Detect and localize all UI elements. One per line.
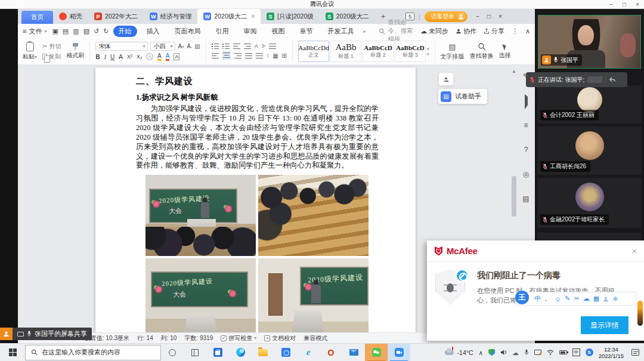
style-heading3[interactable]: AaBbCcD标题 3 — [395, 41, 426, 62]
taskbar-app-meeting[interactable] — [388, 344, 410, 361]
taskbar-app-office[interactable]: O — [320, 344, 342, 361]
ime-tray-icon[interactable]: 中 — [572, 348, 580, 356]
taskbar-app-docs[interactable] — [274, 344, 297, 361]
menu-tab-home[interactable]: 开始 — [113, 26, 137, 37]
subscript-button[interactable]: X₂ — [137, 54, 143, 60]
collapse-panel-button[interactable] — [438, 72, 454, 86]
bullet-list-icon[interactable] — [212, 43, 219, 49]
weather-widget[interactable]: -14°C — [445, 349, 473, 356]
battery-icon[interactable] — [559, 350, 567, 354]
style-heading2[interactable]: AaBbCcD标题 2 — [363, 41, 394, 62]
task-view-button[interactable] — [184, 344, 206, 361]
borders-icon[interactable]: ⊞ — [282, 53, 287, 59]
circle-text-button[interactable]: A — [146, 53, 153, 60]
tab-ruler-icon[interactable] — [269, 43, 276, 49]
menu-tab-section[interactable]: 章节 — [295, 26, 318, 37]
volume-icon[interactable] — [500, 349, 507, 356]
menu-tab-view[interactable]: 视图 — [267, 26, 290, 37]
participant-tile[interactable]: 工商胡长闯26 — [537, 126, 642, 175]
increase-indent-icon[interactable] — [244, 43, 251, 49]
ime-lang-icon[interactable]: 中 — [534, 294, 541, 303]
command-search-input[interactable]: 查找命令、搜索模板 — [379, 18, 416, 44]
menu-tab-insert[interactable]: 插入 — [141, 26, 165, 37]
underline-button[interactable]: U — [110, 54, 114, 60]
adjust-tool-icon[interactable]: ≡ — [524, 121, 528, 129]
taskbar-app-explorer[interactable] — [252, 344, 274, 361]
font-size-select[interactable]: 小四▾ — [150, 42, 175, 51]
tab-doc-economics[interactable]: W经济与管理 — [144, 9, 198, 24]
align-right-icon[interactable] — [234, 53, 242, 58]
taskbar-app-store[interactable] — [206, 344, 229, 361]
ime-pen-icon[interactable]: ✎ — [565, 295, 570, 303]
resource-icon[interactable]: ◎ — [523, 170, 529, 178]
taskbar-app-mail[interactable] — [342, 344, 365, 361]
ime-cloud-icon[interactable]: ☁ — [583, 295, 590, 303]
shading-icon[interactable]: ▦ — [273, 53, 278, 59]
distribute-icon[interactable] — [256, 53, 263, 58]
scrollbar-thumb[interactable] — [512, 176, 516, 217]
collab-button[interactable]: 协作 — [456, 27, 476, 36]
proofing-toggle[interactable]: ×文档校对 — [264, 334, 296, 343]
more-icon[interactable]: ⋮ — [512, 27, 518, 35]
strikethrough-button[interactable]: A — [119, 54, 123, 60]
find-replace-button[interactable]: 查找替换 — [470, 42, 494, 60]
shrink-font-button[interactable]: A- — [187, 43, 192, 50]
decrease-indent-icon[interactable] — [233, 43, 240, 49]
show-details-button[interactable]: 显示详情 — [581, 316, 628, 334]
line-spacing-icon[interactable]: ↕ — [267, 53, 270, 58]
chevron-right-icon[interactable]: ▸ — [364, 29, 366, 34]
tray-expand-icon[interactable]: ∧ — [479, 349, 484, 356]
mcafee-close-icon[interactable]: × — [631, 246, 637, 256]
paste-button[interactable]: 粘贴▾ — [23, 42, 37, 61]
share-button[interactable]: 分享 — [484, 27, 504, 36]
cloud-tray-icon[interactable]: ☁ — [512, 349, 519, 356]
text-direction-icon[interactable]: A — [261, 44, 267, 48]
superscript-button[interactable]: X² — [127, 54, 132, 60]
taskbar-app-wechat[interactable] — [365, 344, 388, 361]
align-left-icon[interactable] — [212, 53, 219, 58]
ime-clip-icon[interactable]: ✂ — [574, 295, 579, 303]
font-color-button[interactable]: A — [166, 53, 170, 61]
status-wordcount[interactable]: 字数: 9319 — [184, 334, 213, 343]
print-icon[interactable]: ▥ — [73, 27, 79, 35]
ime-punct-icon[interactable]: 。 — [544, 294, 551, 303]
grow-font-button[interactable]: A+ — [178, 43, 184, 50]
mic-tray-icon[interactable] — [524, 349, 529, 356]
exam-helper-button[interactable]: ▤ 试卷助手 — [438, 89, 487, 104]
file-menu[interactable]: ≡ 文件 ▾ — [23, 27, 47, 36]
maximize-icon[interactable]: □ — [623, 1, 626, 8]
ime-person-icon[interactable] — [603, 296, 609, 302]
menu-tab-review[interactable]: 审阅 — [239, 26, 262, 37]
reply-arrow-icon[interactable] — [609, 76, 616, 82]
taskbar-app-edge[interactable] — [229, 344, 252, 361]
action-center-icon[interactable] — [631, 349, 639, 356]
clear-format-icon[interactable]: ▧ — [194, 43, 200, 50]
numbered-list-icon[interactable] — [222, 43, 230, 49]
bold-button[interactable]: B — [95, 54, 100, 60]
wps-close-icon[interactable]: × — [499, 13, 502, 20]
tab-sheet-readonly[interactable]: S[只读]2020级 — [261, 9, 320, 24]
tab-ppt-2022[interactable]: P2022年大二 — [88, 9, 144, 24]
select-tool-icon[interactable] — [525, 97, 528, 105]
undo-icon[interactable]: ↺ — [94, 27, 99, 35]
align-justify-icon[interactable] — [245, 53, 252, 58]
text-layout-button[interactable]: ▤ 文字排版 — [441, 42, 465, 61]
menu-tab-references[interactable]: 引用 — [210, 26, 234, 37]
ime-badge[interactable]: 王 — [515, 291, 529, 304]
spellcheck-toggle[interactable]: ✓拼写检查▾ — [221, 334, 256, 343]
ime-keyboard-icon[interactable]: ▦ — [593, 295, 599, 303]
export-icon[interactable]: ▤ — [63, 27, 69, 35]
tab-sheet-2020[interactable]: S2020级大二 — [320, 9, 375, 24]
highlight-color-button[interactable]: A — [157, 53, 162, 61]
scroll-up-icon[interactable]: ▲ — [511, 69, 517, 74]
ime-emoji-icon[interactable]: ☺ — [555, 295, 561, 303]
security-tray-icon[interactable] — [488, 349, 495, 356]
tab-doc-2020-active[interactable]: W2020级大二× — [197, 9, 261, 24]
ime-gear-icon[interactable] — [612, 296, 618, 302]
save-icon[interactable]: ▣ — [52, 27, 58, 35]
italic-button[interactable]: I — [104, 54, 106, 60]
font-name-select[interactable]: 宋体▾ — [95, 42, 148, 51]
sogou-tray-icon[interactable]: S — [586, 348, 593, 356]
redo-icon[interactable]: ↻ — [103, 27, 109, 35]
style-heading1[interactable]: AaBb标题 1 — [330, 41, 361, 62]
